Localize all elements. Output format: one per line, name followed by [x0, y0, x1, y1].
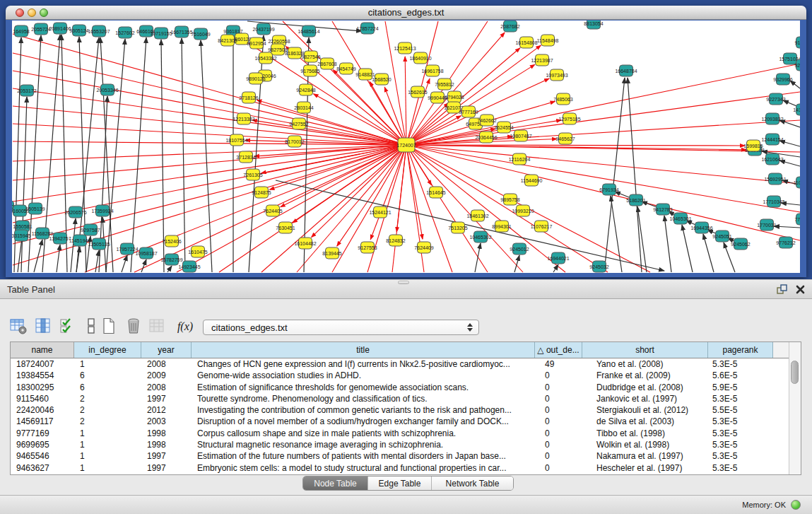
graph-edge [21, 97, 27, 272]
column-header-title[interactable]: title [192, 342, 535, 358]
table-row[interactable]: 911546021997Tourette syndrome. Phenomeno… [11, 393, 789, 404]
new-table-button[interactable] [99, 317, 119, 337]
graph-node-label: 12213383 [233, 117, 254, 122]
graph-node-label: 10973493 [546, 73, 567, 78]
column-header-pagerank[interactable]: pagerank [708, 342, 773, 358]
graph-node-label: 776312 [794, 217, 800, 222]
cell-pagerank: 5.9E-5 [708, 382, 773, 393]
graph-node-label: 12093832 [761, 117, 783, 122]
graph-node-label: 20206576 [64, 210, 86, 215]
graph-node-label: 10465302 [469, 235, 491, 240]
column-settings-button[interactable] [8, 317, 28, 337]
graph-node-label: 14923445 [178, 264, 200, 269]
graph-edge [182, 38, 185, 272]
graph-edge [106, 39, 125, 272]
delete-table-button[interactable] [124, 317, 143, 337]
graph-node-label: 9505139 [25, 206, 45, 211]
row-height-button[interactable] [81, 317, 101, 337]
graph-node-label: 16944021 [547, 256, 569, 261]
graph-edge [724, 243, 735, 272]
graph-node-label: 9175685 [300, 69, 319, 74]
cell-pagerank: 5.3E-5 [708, 416, 773, 427]
cell-short: Wolkin et al. (1998) [582, 439, 708, 450]
table-body: 1872400712008Changes of HCN gene express… [11, 358, 789, 474]
function-builder-button[interactable]: f(x) [173, 317, 197, 337]
window-titlebar[interactable]: citations_edges.txt [6, 6, 806, 20]
column-header-in_degree[interactable]: in_degree [74, 342, 141, 358]
table-row[interactable]: 2242004622012Investigating the contribut… [11, 404, 789, 416]
graph-node-label: 9890128 [246, 76, 265, 81]
table-row[interactable]: 1872400712008Changes of HCN gene express… [11, 358, 789, 370]
graph-node-label: 8421305 [218, 38, 237, 43]
column-header-year[interactable]: year [141, 342, 192, 358]
table-row[interactable]: 969969511998Structural magnetic resonanc… [11, 439, 789, 450]
table-row[interactable]: 977716911998Corpus callosum shape and si… [11, 428, 789, 439]
cell-pagerank: 5.3E-5 [708, 450, 773, 462]
graph-edge [13, 106, 406, 145]
graph-node-label: 16944356 [690, 226, 712, 230]
graph-node-label: 9465627 [555, 136, 575, 141]
column-header-short[interactable]: short [582, 342, 708, 358]
graph-node-label: 9777169 [459, 110, 478, 115]
tab-network-table[interactable]: Network Table [431, 477, 513, 490]
cell-short: Jankovic et al. (1997) [582, 393, 708, 404]
tab-edge-table[interactable]: Edge Table [367, 477, 431, 490]
cell-short: Yano et al. (2008) [582, 358, 708, 370]
graph-node-label: 12975185 [558, 117, 580, 122]
cell-short: Nakamura et al. (1997) [582, 450, 708, 462]
table-row[interactable]: 1938455462009Genome-wide association stu… [11, 370, 789, 381]
graph-node-label: 1527602 [115, 30, 134, 35]
graph-edge [131, 37, 146, 272]
select-columns-button[interactable] [58, 317, 78, 337]
minimize-window-button[interactable] [28, 8, 36, 17]
column-header-name[interactable]: name [11, 342, 74, 358]
graph-edge [779, 120, 800, 127]
graph-node-label: 9305124 [69, 28, 88, 33]
cell-pagerank: 5.3E-5 [708, 358, 773, 370]
import-table-button[interactable] [147, 317, 167, 337]
cell-pagerank: 5.5E-5 [708, 404, 773, 416]
zoom-window-button[interactable] [40, 8, 48, 17]
panel-splitter-grip[interactable] [398, 281, 409, 284]
cell-out_degree: 0 [535, 439, 582, 450]
graph-edge [405, 57, 406, 145]
graph-node-label: 9242848 [296, 88, 315, 93]
cell-name: 19384554 [11, 370, 74, 381]
graph-node-label: 15692951 [764, 177, 786, 182]
graph-node-label: 7955812 [435, 82, 454, 87]
table-row[interactable]: 1456911722003Disruption of a novel membe… [11, 416, 789, 427]
cell-year: 1997 [141, 450, 192, 462]
graph-node-label: 17359924 [91, 209, 113, 214]
vertical-scrollbar[interactable] [789, 342, 801, 474]
column-header-out_degree[interactable]: △ out_de... [535, 342, 582, 358]
graph-node-label: 22260558 [268, 39, 290, 44]
cell-short: Dudbridge et al. (2008) [582, 382, 708, 393]
cell-year: 2008 [141, 382, 192, 393]
table-row[interactable]: 946554611997Estimation of the future num… [11, 450, 789, 462]
graph-node-label: 2055724 [31, 27, 50, 32]
graph-node-label: 13942757 [49, 236, 71, 241]
show-column-button[interactable] [33, 317, 53, 337]
graph-node-label: 16104482 [294, 241, 316, 246]
graph-edge [201, 40, 212, 272]
float-panel-icon[interactable] [777, 284, 787, 297]
graph-node-label: 9297587 [81, 228, 100, 233]
table-panel-body: f(x) citations_edges.txt namein_degreeye… [0, 300, 812, 495]
tab-node-table[interactable]: Node Table [303, 477, 367, 490]
graph-node-label: 1568520 [372, 77, 391, 82]
network-table-select[interactable]: citations_edges.txt [203, 320, 479, 335]
combo-stepper-icon [464, 320, 476, 334]
close-panel-icon[interactable] [796, 284, 805, 297]
network-canvas[interactable]: 1649582055724208914069305124165532071527… [12, 21, 800, 273]
table-panel-titlebar[interactable]: Table Panel [0, 279, 812, 299]
cell-year: 2003 [141, 416, 192, 427]
table-row[interactable]: 1830029562008Estimation of significance … [11, 382, 789, 393]
table-row[interactable]: 946362711997Embryonic stem cells: a mode… [11, 462, 789, 474]
network-svg: 1649582055724208914069305124165532071527… [12, 21, 800, 273]
scrollbar-thumb[interactable] [791, 361, 799, 384]
graph-node-label: 12213987 [531, 58, 553, 63]
graph-edge [664, 216, 671, 272]
graph-node-label: 16485614 [298, 29, 319, 34]
close-window-button[interactable] [16, 8, 24, 17]
graph-node-label: 9412783 [653, 207, 672, 212]
